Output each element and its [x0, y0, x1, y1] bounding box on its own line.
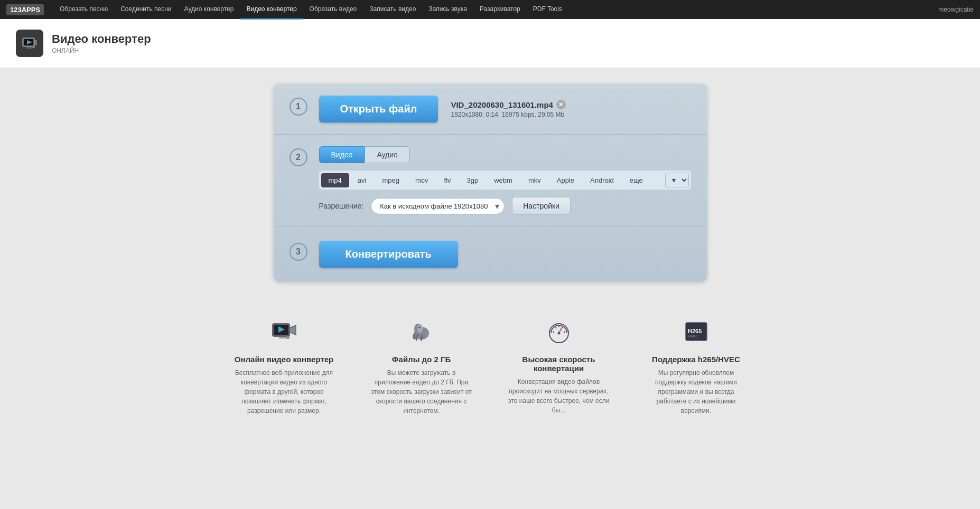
file-name: VID_20200630_131601.mp4 ✕ [451, 100, 566, 109]
format-android[interactable]: Android [583, 173, 621, 187]
format-more-dropdown[interactable]: ▾ [665, 173, 689, 187]
step2-number: 2 [290, 148, 307, 166]
page-subtitle: ОНЛАЙН [52, 47, 151, 54]
nav-record-video[interactable]: Записать видео [363, 0, 422, 20]
feature-file-size: Файлы до 2 ГБ Вы можете загружать в прил… [369, 318, 474, 416]
format-avi[interactable]: avi [350, 173, 374, 187]
feature-h265: H265 HVC Поддержка h265/HVEC Мы регулярн… [643, 318, 749, 416]
convert-button[interactable]: Конвертировать [319, 241, 458, 268]
step1-number: 1 [290, 98, 307, 116]
open-file-button[interactable]: Открыть файл [319, 96, 438, 122]
feature-file-size-title: Файлы до 2 ГБ [392, 355, 451, 364]
h265-icon: H265 HVC [683, 318, 710, 350]
feature-speed-desc: Конвертация видео файлов происходит на м… [506, 377, 612, 415]
file-remove-button[interactable]: ✕ [556, 100, 566, 109]
nav-trim-song[interactable]: Обрезать песню [53, 0, 114, 20]
page-icon [16, 30, 43, 57]
main-content: 1 Открыть файл VID_20200630_131601.mp4 ✕… [0, 68, 980, 442]
svg-rect-4 [26, 48, 33, 49]
resolution-row: Разрешение: Как в исходном файле 1920x10… [319, 197, 691, 215]
format-webm[interactable]: webm [487, 173, 520, 187]
feature-speed-title: Высокая скорость конвертации [506, 355, 612, 373]
format-list: mp4 avi mpeg mov flv 3gp webm mkv Apple … [319, 171, 691, 190]
format-mkv[interactable]: mkv [521, 173, 548, 187]
video-converter-icon [271, 318, 297, 350]
resolution-select-wrap: Как в исходном файле 1920x1080 [371, 198, 505, 214]
feature-h265-title: Поддержка h265/HVEC [652, 355, 740, 364]
tab-audio[interactable]: Аудио [365, 146, 410, 163]
nav-trim-video[interactable]: Обрезать видео [303, 0, 363, 20]
settings-button[interactable]: Настройки [512, 197, 571, 215]
speed-icon [546, 318, 572, 350]
format-mp4[interactable]: mp4 [321, 173, 349, 187]
feature-video-converter: Онлайн видео конвертер Бесплатное веб-пр… [231, 318, 337, 416]
format-apple[interactable]: Apple [549, 173, 582, 187]
page-header: Видео конвертер ОНЛАЙН [0, 19, 980, 68]
step1-content: Открыть файл VID_20200630_131601.mp4 ✕ 1… [319, 96, 691, 122]
step3-number: 3 [290, 243, 307, 261]
nav-record-audio[interactable]: Запись звука [422, 0, 473, 20]
file-meta: 1920x1080, 0:14, 16975 kbps, 29.05 Mb [451, 111, 566, 118]
nav-links: Обрезать песню Соединить песни Аудио кон… [53, 0, 938, 20]
format-mov[interactable]: mov [408, 173, 436, 187]
page-title: Видео конвертер [52, 32, 151, 46]
converter-card: 1 Открыть файл VID_20200630_131601.mp4 ✕… [274, 84, 707, 281]
step3-content: Конвертировать [319, 241, 691, 268]
format-3gp[interactable]: 3gp [460, 173, 486, 187]
feature-speed: Высокая скорость конвертации Конвертация… [506, 318, 612, 416]
step2-row: 2 Видео Аудио mp4 avi mpeg mov flv 3gp w… [274, 135, 707, 227]
nav-archiver[interactable]: Разархиватор [473, 0, 527, 20]
tab-video[interactable]: Видео [319, 146, 365, 163]
elephant-icon [408, 318, 435, 350]
features-section: Онлайн видео конвертер Бесплатное веб-пр… [210, 308, 770, 426]
nav-video-converter[interactable]: Видео конвертер [240, 0, 303, 20]
step2-content: Видео Аудио mp4 avi mpeg mov flv 3gp web… [319, 146, 691, 215]
format-type-tabs: Видео Аудио [319, 146, 691, 163]
page-title-group: Видео конвертер ОНЛАЙН [52, 32, 151, 54]
step3-row: 3 Конвертировать [274, 227, 707, 281]
format-more[interactable]: еще [622, 173, 650, 187]
format-flv[interactable]: flv [437, 173, 459, 187]
svg-text:HVC: HVC [688, 334, 697, 338]
username: meowgicatie [938, 6, 974, 13]
nav-audio-converter[interactable]: Аудио конвертер [178, 0, 240, 20]
topnav: 123APPS Обрезать песню Соединить песни А… [0, 0, 980, 19]
resolution-label: Разрешение: [319, 202, 364, 210]
file-name-text: VID_20200630_131601.mp4 [451, 100, 553, 109]
feature-video-converter-title: Онлайн видео конвертер [235, 355, 333, 364]
feature-h265-desc: Мы регулярно обновляем поддержку кодеков… [643, 368, 749, 416]
svg-rect-9 [279, 337, 288, 338]
resolution-select[interactable]: Как в исходном файле 1920x1080 [371, 198, 505, 214]
feature-video-converter-desc: Бесплатное веб-приложение для конвертаци… [231, 368, 337, 416]
format-mpeg[interactable]: mpeg [375, 173, 407, 187]
nav-join-songs[interactable]: Соединить песни [114, 0, 178, 20]
svg-line-19 [555, 327, 556, 328]
feature-file-size-desc: Вы можете загружать в приложение видео д… [369, 368, 474, 416]
logo[interactable]: 123APPS [6, 4, 44, 15]
file-info: VID_20200630_131601.mp4 ✕ 1920x1080, 0:1… [451, 100, 566, 118]
svg-point-22 [557, 332, 560, 335]
svg-point-3 [33, 46, 35, 48]
svg-point-14 [418, 327, 420, 328]
svg-point-12 [417, 324, 423, 333]
svg-point-13 [413, 333, 417, 340]
nav-pdf-tools[interactable]: PDF Tools [527, 0, 568, 20]
step1-row: 1 Открыть файл VID_20200630_131601.mp4 ✕… [274, 84, 707, 135]
